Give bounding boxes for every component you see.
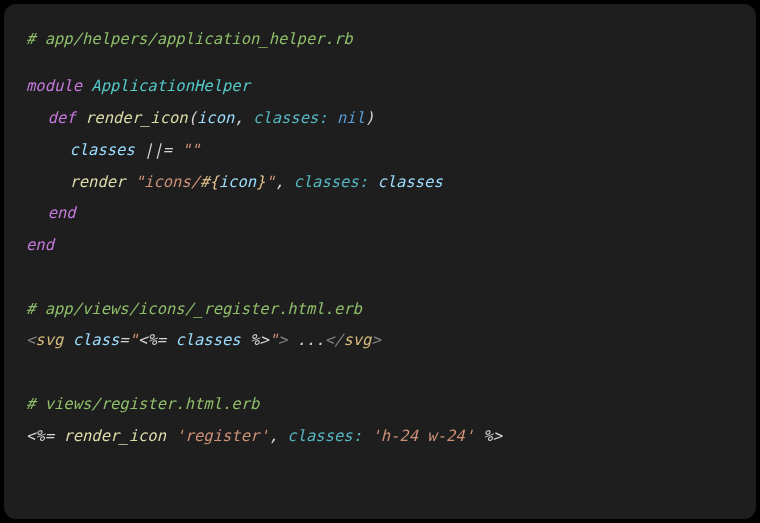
blank-line bbox=[26, 56, 734, 72]
nil-literal: nil bbox=[337, 109, 365, 127]
method-name: render_icon bbox=[85, 109, 188, 127]
erb-close: %> bbox=[474, 427, 502, 445]
code-line: end bbox=[26, 198, 734, 230]
interp-close: } bbox=[256, 173, 265, 191]
variable: classes bbox=[377, 173, 442, 191]
erb-expr: classes bbox=[166, 331, 250, 349]
erb-close: %> bbox=[250, 331, 269, 349]
code-line: module ApplicationHelper bbox=[26, 71, 734, 103]
string-literal: "icons/ bbox=[135, 173, 200, 191]
blank-line bbox=[26, 262, 734, 294]
space bbox=[362, 427, 371, 445]
keyword-end: end bbox=[26, 236, 54, 254]
param: icon bbox=[197, 109, 234, 127]
tag-name: svg bbox=[35, 331, 63, 349]
angle-bracket: > bbox=[371, 331, 380, 349]
string-literal: 'h-24 w-24' bbox=[371, 427, 474, 445]
attr-name: class bbox=[73, 331, 120, 349]
interp-open: #{ bbox=[200, 173, 219, 191]
comment: # views/register.html.erb bbox=[26, 395, 259, 413]
string-literal: "" bbox=[181, 141, 200, 159]
space bbox=[125, 173, 134, 191]
comment: # app/helpers/application_helper.rb bbox=[26, 30, 353, 48]
method-call: render_icon bbox=[54, 427, 175, 445]
code-line: render "icons/#{icon}", classes: classes bbox=[26, 167, 734, 199]
space bbox=[328, 109, 337, 127]
code-line: # app/views/icons/_register.html.erb bbox=[26, 294, 734, 326]
code-line: def render_icon(icon, classes: nil) bbox=[26, 103, 734, 135]
code-block: # app/helpers/application_helper.rb modu… bbox=[4, 4, 756, 519]
kwarg: classes: bbox=[253, 109, 328, 127]
class-name: ApplicationHelper bbox=[91, 77, 250, 95]
keyword-def: def bbox=[48, 109, 76, 127]
string-quote: " bbox=[129, 331, 138, 349]
text: ... bbox=[287, 331, 324, 349]
space bbox=[82, 77, 91, 95]
code-line: end bbox=[26, 230, 734, 262]
method-call: render bbox=[69, 173, 125, 191]
keyword-module: module bbox=[26, 77, 82, 95]
kwarg: classes: bbox=[287, 427, 362, 445]
erb-open: <%= bbox=[26, 427, 54, 445]
string-quote: " bbox=[265, 173, 274, 191]
angle-bracket: < bbox=[26, 331, 35, 349]
punct: ( bbox=[188, 109, 197, 127]
space bbox=[63, 331, 72, 349]
code-line: # app/helpers/application_helper.rb bbox=[26, 24, 734, 56]
comment: # app/views/icons/_register.html.erb bbox=[26, 300, 362, 318]
code-line: # views/register.html.erb bbox=[26, 389, 734, 421]
erb-open: <%= bbox=[138, 331, 166, 349]
punct: , bbox=[234, 109, 253, 127]
angle-bracket: </ bbox=[325, 331, 344, 349]
interp-var: icon bbox=[219, 173, 256, 191]
keyword-end: end bbox=[48, 204, 76, 222]
space bbox=[76, 109, 85, 127]
blank-line bbox=[26, 357, 734, 389]
punct: , bbox=[275, 173, 294, 191]
code-line: <svg class="<%= classes %>"> ...</svg> bbox=[26, 325, 734, 357]
string-literal: 'register' bbox=[175, 427, 268, 445]
punct: , bbox=[269, 427, 288, 445]
tag-name: svg bbox=[343, 331, 371, 349]
punct: = bbox=[119, 331, 128, 349]
string-quote: " bbox=[269, 331, 278, 349]
kwarg: classes: bbox=[293, 173, 368, 191]
angle-bracket: > bbox=[278, 331, 287, 349]
variable: classes bbox=[69, 141, 134, 159]
operator: ||= bbox=[135, 141, 182, 159]
punct: ) bbox=[365, 109, 374, 127]
code-line: classes ||= "" bbox=[26, 135, 734, 167]
code-line: <%= render_icon 'register', classes: 'h-… bbox=[26, 421, 734, 453]
